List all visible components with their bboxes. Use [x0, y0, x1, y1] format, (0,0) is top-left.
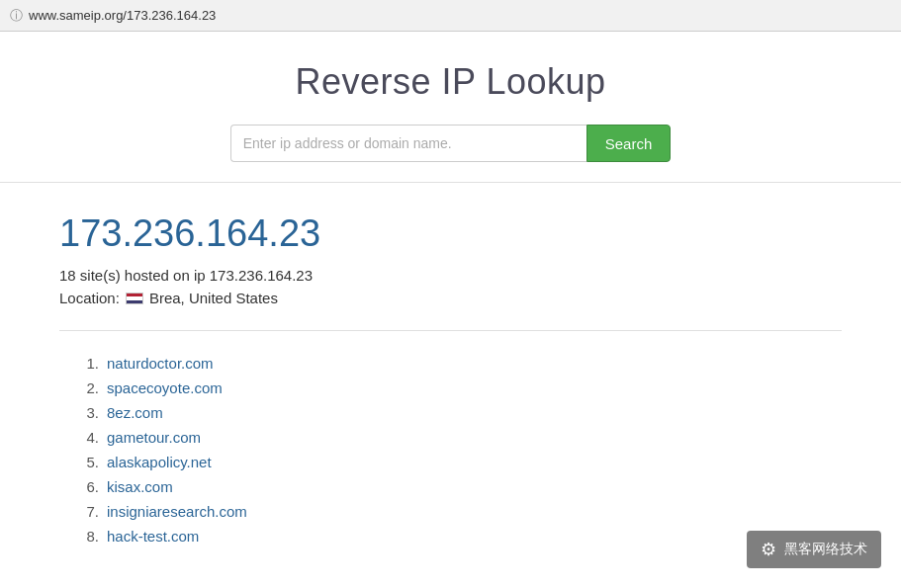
main-content: Reverse IP Lookup Search 173.236.164.23 …: [0, 32, 901, 568]
site-number: 3.: [79, 404, 99, 421]
header-section: Reverse IP Lookup Search: [0, 32, 901, 183]
watermark: ⚙ 黑客网络技术: [747, 531, 881, 568]
site-number: 6.: [79, 478, 99, 495]
site-link[interactable]: hack-test.com: [107, 528, 199, 545]
list-item: 1.naturdoctor.com: [79, 351, 842, 376]
site-number: 5.: [79, 454, 99, 470]
list-item: 3.8ez.com: [79, 400, 842, 425]
address-bar: ⓘ www.sameip.org/173.236.164.23: [0, 0, 901, 32]
site-number: 8.: [79, 528, 99, 545]
list-item: 8.hack-test.com: [79, 524, 842, 548]
list-item: 4.gametour.com: [79, 425, 842, 450]
location-info: Location: Brea, United States: [59, 290, 842, 306]
site-link[interactable]: insigniaresearch.com: [107, 503, 247, 520]
site-link[interactable]: alaskapolicy.net: [107, 454, 212, 470]
page-title: Reverse IP Lookup: [20, 61, 881, 103]
search-button[interactable]: Search: [586, 125, 672, 162]
watermark-text: 黑客网络技术: [784, 541, 867, 558]
ip-address: 173.236.164.23: [59, 212, 842, 255]
flag-icon: [126, 293, 143, 304]
site-number: 4.: [79, 429, 99, 446]
search-form: Search: [20, 125, 881, 162]
site-link[interactable]: 8ez.com: [107, 404, 163, 421]
site-link[interactable]: kisax.com: [107, 478, 173, 495]
hosted-info: 18 site(s) hosted on ip 173.236.164.23: [59, 267, 842, 284]
site-number: 2.: [79, 379, 99, 396]
site-link[interactable]: spacecoyote.com: [107, 379, 223, 396]
search-input[interactable]: [230, 125, 586, 162]
divider: [59, 330, 842, 331]
results-section: 173.236.164.23 18 site(s) hosted on ip 1…: [0, 183, 901, 568]
watermark-icon: ⚙: [761, 539, 776, 560]
list-item: 5.alaskapolicy.net: [79, 450, 842, 474]
site-link[interactable]: gametour.com: [107, 429, 201, 446]
site-number: 1.: [79, 355, 99, 372]
url-text: www.sameip.org/173.236.164.23: [29, 8, 216, 23]
security-icon: ⓘ: [10, 7, 23, 25]
site-link[interactable]: naturdoctor.com: [107, 355, 214, 372]
site-number: 7.: [79, 503, 99, 520]
list-item: 6.kisax.com: [79, 474, 842, 499]
sites-list: 1.naturdoctor.com2.spacecoyote.com3.8ez.…: [79, 351, 842, 548]
list-item: 7.insigniaresearch.com: [79, 499, 842, 524]
list-item: 2.spacecoyote.com: [79, 376, 842, 400]
